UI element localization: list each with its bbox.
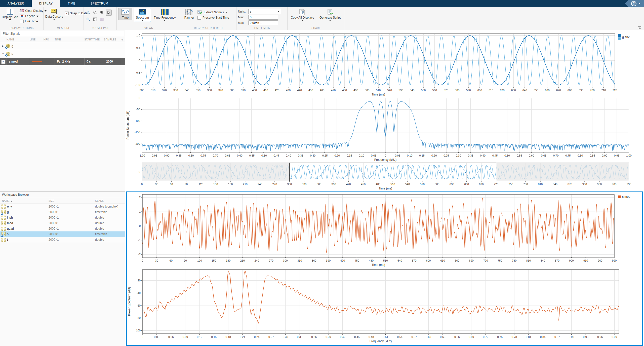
fit-to-view-button[interactable] [92,16,98,22]
svg-text:30: 30 [155,259,158,262]
ws-col-class[interactable]: CLASS [93,200,125,202]
legend-caret[interactable] [36,16,38,17]
svg-text:520: 520 [387,89,392,92]
time-view-button[interactable]: Time [118,8,132,20]
workspace-row-env[interactable]: env 2000×1double (complex) [0,204,125,209]
col-info[interactable]: INFO [43,38,55,41]
pan-button[interactable] [99,16,105,22]
min-label: Min: [238,16,247,19]
display-2-selected[interactable]: 0306090120150180210240270300330360390420… [126,191,643,346]
workspace-row-mod[interactable]: mod 2000×1double [0,220,125,226]
plot-smod-spectrum[interactable]: 00.030.060.090.120.150.180.210.240.270.3… [127,268,642,345]
svg-text:570: 570 [444,89,448,92]
min-input[interactable] [248,15,278,20]
svg-text:900: 900 [569,259,574,262]
copy-all-displays-label: Copy All Displays [291,16,314,19]
time-frequency-view-button[interactable]: Time-Frequency [152,8,177,22]
zoom-out-button[interactable] [85,16,91,22]
workspace-row-quad[interactable]: quad 2000×1double [0,226,125,231]
preserve-start-time-checkbox[interactable]: ✓ Preserve Start Time [197,15,229,20]
spectrum-view-button[interactable]: Spectrum [134,8,151,22]
signal-row-s[interactable]: ▼ s [0,50,125,58]
zoom-x-button[interactable] [92,10,98,16]
panner-strip[interactable]: 0306090120150180210240270300330360390420… [125,162,644,191]
svg-text:690: 690 [579,89,583,92]
panner-button[interactable]: Panner [182,8,196,20]
collapse-ribbon-button[interactable] [638,26,641,29]
generate-script-button[interactable]: Generate Script [317,8,343,22]
signal-row-smod[interactable]: ✓ s.mod Fs: 2 kHz 0 s 2000 [0,58,125,65]
copy-all-displays-button[interactable]: Copy All Displays [289,8,316,22]
signal-panel: NAME LINE INFO TIME START TIME SAMPLES ⚙… [0,30,125,346]
zoom-y-button[interactable] [99,10,105,16]
svg-text:990: 990 [612,259,617,262]
signal-table-header: NAME LINE INFO TIME START TIME SAMPLES ⚙ [0,37,125,42]
pointer-tool-button[interactable] [106,10,112,16]
max-input[interactable] [248,20,278,25]
legend-button[interactable]: Legend [20,14,46,18]
units-select[interactable]: s [248,9,281,14]
tab-analyzer[interactable]: ANALYZER [0,0,32,7]
svg-text:30: 30 [155,183,158,186]
filter-signals-input[interactable] [1,31,124,36]
extract-signals-button[interactable]: Extract Signals [197,10,229,15]
plot-genv-time[interactable]: 3003103203303403503603703803904004104204… [125,31,644,96]
svg-text:490: 490 [353,89,358,92]
table-settings-gear-icon[interactable]: ⚙ [120,38,125,41]
svg-text:320: 320 [162,89,167,92]
data-cursors-button[interactable]: 2.5 Data Cursors [45,8,63,21]
zoom-in-button[interactable] [85,10,91,16]
help-icon[interactable]: ? [631,1,636,6]
line-color-swatch[interactable] [32,61,42,62]
ws-col-name[interactable]: NAME ▲ [0,200,47,202]
preserve-start-time-checkbox-box[interactable]: ✓ [197,16,201,20]
col-time[interactable]: TIME [55,38,84,41]
plot-smod-time[interactable]: 0306090120150180210240270300330360390420… [127,192,642,268]
workspace-row-t[interactable]: t 2000×1double [0,237,125,242]
spectrum-view-caret[interactable] [141,20,143,21]
help-dropdown-caret[interactable] [638,3,640,4]
signal-row-g[interactable]: ▶ g [0,42,125,50]
svg-text:150: 150 [212,259,216,262]
legend-genv[interactable]: g.env [618,34,629,40]
svg-text:540: 540 [410,89,414,92]
legend-smod[interactable]: s.mod [618,195,630,199]
workspace-row-g[interactable]: g 2000×1timetable [0,209,125,215]
workspace-row-inph[interactable]: inph 2000×1double [0,215,125,220]
svg-text:510: 510 [376,89,381,92]
expand-closed-icon[interactable]: ▶ [2,45,5,47]
expand-open-icon[interactable]: ▼ [2,53,5,55]
col-name[interactable]: NAME [7,38,30,41]
units-value: s [250,10,251,13]
svg-text:-100: -100 [135,119,140,122]
col-samples[interactable]: SAMPLES [104,38,120,41]
workspace-row-s[interactable]: s 2000×1timetable [0,231,125,237]
units-select-caret[interactable] [277,11,279,12]
svg-text:310: 310 [151,89,155,92]
plot-genv-spectrum[interactable]: -1.00-0.95-0.90-0.85-0.80-0.75-0.70-0.65… [125,96,644,162]
legend-swatch-orange [618,195,621,198]
svg-text:330: 330 [302,183,306,186]
svg-text:0.39: 0.39 [326,335,331,338]
svg-text:270: 270 [272,183,277,186]
smod-plot-checkbox[interactable]: ✓ [1,60,6,64]
svg-text:650: 650 [534,89,538,92]
clear-display-button[interactable]: Clear Display [20,9,46,13]
link-time-checkbox[interactable]: ✓ Link Time [20,19,46,24]
zoom-out-icon [86,17,90,21]
tab-time[interactable]: TIME [60,0,83,7]
link-time-checkbox-box[interactable]: ✓ [20,20,24,23]
tab-spectrum[interactable]: SPECTRUM [83,0,116,7]
display-grid-button[interactable]: Display Grid [2,8,18,21]
extract-signals-caret[interactable] [225,12,227,13]
col-start-time[interactable]: START TIME [84,38,104,41]
legend-swatch-dark-blue [618,34,621,37]
svg-text:-0.80: -0.80 [187,154,194,157]
col-line[interactable]: LINE [30,38,43,41]
svg-text:630: 630 [450,183,454,186]
time-frequency-view-caret[interactable] [164,20,166,21]
tab-display[interactable]: DISPLAY [32,0,60,7]
ws-col-size[interactable]: SIZE [47,200,93,202]
svg-text:480: 480 [376,183,380,186]
snap-to-data-checkbox-box[interactable]: ✓ [65,12,69,15]
